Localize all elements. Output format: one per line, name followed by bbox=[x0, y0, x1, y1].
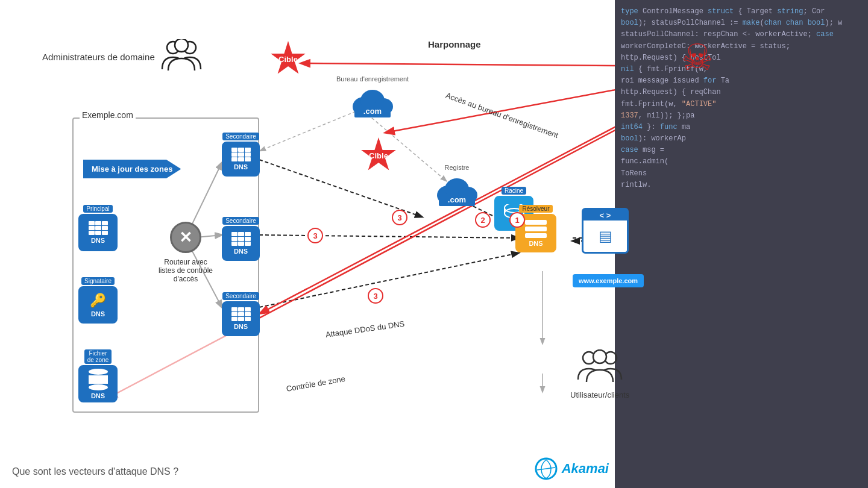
controle-zone-label: Contrôle de zone bbox=[286, 374, 346, 393]
svg-point-35 bbox=[593, 350, 606, 363]
users-icon: Utilisateur/clients bbox=[570, 349, 629, 399]
registre-cloud: Registre .com bbox=[433, 164, 481, 208]
bureau-cloud: Bureau d'enregistrement .com bbox=[336, 75, 409, 120]
svg-point-38 bbox=[175, 39, 188, 52]
dns-secondary-3: Secondaire DNS bbox=[222, 292, 260, 336]
akamai-logo: Akamai bbox=[534, 457, 609, 481]
attacker-skull: ☠ bbox=[681, 36, 714, 78]
exemple-title: Exemple.com bbox=[80, 110, 136, 120]
harponnage-label: Harponnage bbox=[428, 39, 481, 49]
maj-button: Mise à jour des zones bbox=[83, 160, 181, 178]
router-label: Routeur avec listes de contrôle d'accès bbox=[149, 258, 222, 283]
svg-text:.com: .com bbox=[448, 195, 466, 204]
svg-line-40 bbox=[537, 468, 555, 470]
step-2: 2 bbox=[475, 212, 491, 228]
browser-box: < > ▤ bbox=[582, 208, 629, 254]
step-3-bot: 3 bbox=[368, 288, 383, 304]
svg-line-5 bbox=[259, 253, 518, 307]
svg-text:.com: .com bbox=[363, 107, 382, 116]
step-3-mid: 3 bbox=[307, 228, 323, 243]
admins-area: Administrateurs de domaine bbox=[42, 39, 202, 74]
cible-badge-2: Cible bbox=[360, 137, 397, 174]
dns-principal: Principal DNS bbox=[78, 205, 118, 251]
svg-line-4 bbox=[259, 160, 422, 217]
attaque-ddos-label: Attaque DDoS du DNS bbox=[325, 319, 405, 339]
akamai-text: Akamai bbox=[562, 461, 609, 477]
dns-signataire: Signataire 🔑 DNS bbox=[78, 277, 118, 324]
dns-fichier-zone: Fichier de zone DNS bbox=[78, 349, 118, 402]
cible-badge-1: Cible bbox=[270, 41, 306, 77]
svg-line-14 bbox=[386, 75, 615, 133]
dns-secondary-1: Secondaire DNS bbox=[222, 133, 260, 177]
step-3-top: 3 bbox=[392, 210, 407, 225]
svg-line-13 bbox=[301, 63, 615, 66]
dns-secondary-2: Secondaire DNS bbox=[222, 217, 260, 261]
acces-bureau-label: Accès au bureau d'enregistrement bbox=[444, 90, 559, 140]
router-acl: ✕ bbox=[170, 222, 201, 253]
www-label: www.exemple.com bbox=[573, 274, 644, 287]
bottom-text: Que sont les vecteurs d'attaque DNS ? bbox=[12, 466, 178, 477]
step-1: 1 bbox=[509, 212, 525, 228]
svg-line-3 bbox=[259, 235, 518, 238]
dns-resolveur: Résolveur DNS bbox=[515, 205, 556, 252]
code-background: type ControlMessage struct { Target stri… bbox=[615, 0, 868, 488]
